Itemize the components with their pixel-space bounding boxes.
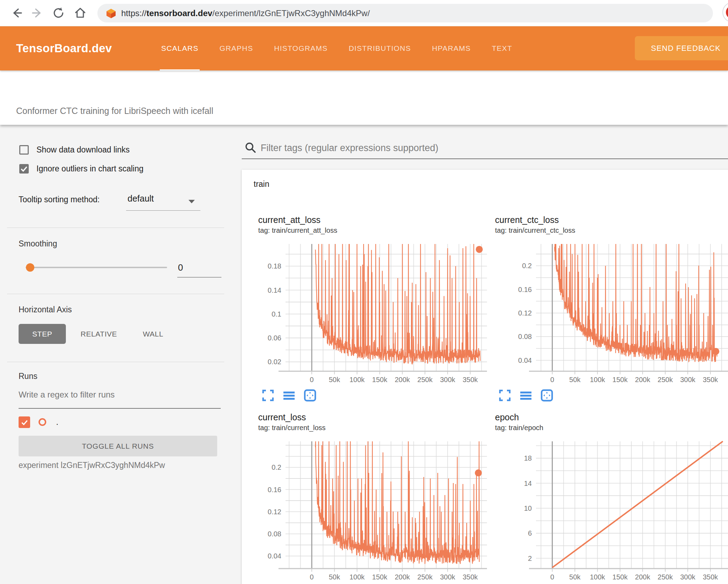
chart-toolbar bbox=[258, 389, 489, 402]
svg-text:350k: 350k bbox=[463, 573, 478, 581]
axis-step-button[interactable]: STEP bbox=[19, 324, 66, 344]
svg-text:0.04: 0.04 bbox=[268, 552, 281, 560]
nav-tabs: SCALARS GRAPHS HISTOGRAMS DISTRIBUTIONS … bbox=[151, 26, 523, 70]
svg-text:100k: 100k bbox=[590, 573, 605, 581]
settings-sidebar: Show data download links Ignore outliers… bbox=[0, 125, 242, 584]
svg-text:150k: 150k bbox=[612, 376, 628, 383]
address-bar[interactable]: https://tensorboard.dev/experiment/lzGnE… bbox=[97, 4, 713, 22]
svg-text:250k: 250k bbox=[417, 573, 433, 581]
svg-text:50k: 50k bbox=[329, 376, 340, 383]
experiment-title-band: Conformer CTC training for LibriSpeech w… bbox=[0, 70, 728, 125]
svg-text:0.1: 0.1 bbox=[272, 310, 281, 318]
experiment-id: experiment lzGnETjwRxC3yghNMd4kPw bbox=[19, 461, 165, 470]
profile-avatar[interactable] bbox=[722, 2, 728, 22]
runs-filter-input[interactable] bbox=[19, 390, 218, 400]
home-icon[interactable] bbox=[74, 6, 87, 20]
browser-toolbar: https://tensorboard.dev/experiment/lzGnE… bbox=[0, 0, 728, 26]
profile-avatar-image bbox=[726, 6, 728, 19]
ignore-outliers-checkbox[interactable] bbox=[19, 164, 29, 174]
svg-text:150k: 150k bbox=[612, 573, 628, 581]
tab-distributions[interactable]: DISTRIBUTIONS bbox=[338, 26, 421, 70]
checkbox-check-icon bbox=[19, 164, 29, 174]
url-text: https://tensorboard.dev/experiment/lzGnE… bbox=[121, 8, 370, 18]
chart-current-att-loss: current_att_loss tag: train/current_att_… bbox=[258, 215, 489, 402]
tab-histograms[interactable]: HISTOGRAMS bbox=[263, 26, 338, 70]
tooltip-sorting-label: Tooltip sorting method: bbox=[19, 195, 99, 204]
toggle-all-runs-button[interactable]: TOGGLE ALL RUNS bbox=[19, 436, 217, 456]
axis-relative-button[interactable]: RELATIVE bbox=[74, 324, 123, 344]
checkbox-check-icon bbox=[20, 418, 29, 427]
chart-plot-area[interactable]: 050k100k150k200k250k300k350k0.20.160.120… bbox=[258, 438, 489, 584]
chart-toolbar bbox=[495, 389, 728, 402]
smoothing-value-underline bbox=[177, 277, 221, 278]
data-lines-icon[interactable] bbox=[283, 389, 295, 402]
svg-text:0.18: 0.18 bbox=[268, 262, 281, 270]
svg-text:14: 14 bbox=[524, 480, 532, 487]
tooltip-sorting-dropdown[interactable]: default bbox=[128, 193, 154, 204]
chart-tag: tag: train/current_loss bbox=[258, 423, 489, 432]
svg-text:0.12: 0.12 bbox=[518, 309, 532, 317]
svg-text:250k: 250k bbox=[417, 376, 433, 383]
svg-text:100k: 100k bbox=[350, 573, 365, 581]
svg-text:0.08: 0.08 bbox=[268, 530, 281, 538]
fit-to-view-icon[interactable] bbox=[304, 389, 316, 402]
chart-plot-area[interactable]: 050k100k150k200k250k300k350k26101418 bbox=[495, 438, 728, 584]
axis-wall-button[interactable]: WALL bbox=[134, 324, 172, 344]
svg-text:6: 6 bbox=[528, 529, 532, 537]
svg-text:250k: 250k bbox=[658, 573, 673, 581]
section-label-train[interactable]: train bbox=[254, 179, 269, 189]
ignore-outliers-label: Ignore outliers in chart scaling bbox=[36, 164, 144, 174]
forward-icon[interactable] bbox=[31, 6, 44, 20]
svg-text:200k: 200k bbox=[635, 376, 651, 383]
chart-title: epoch bbox=[495, 412, 728, 422]
smoothing-slider-handle[interactable] bbox=[26, 263, 34, 272]
chart-plot-area[interactable]: 050k100k150k200k250k300k350k0.180.140.10… bbox=[258, 240, 489, 386]
run-checkbox[interactable] bbox=[19, 416, 30, 428]
chart-tag: tag: train/current_att_loss bbox=[258, 226, 489, 235]
send-feedback-button[interactable]: SEND FEEDBACK bbox=[635, 36, 728, 60]
url-scheme: https:// bbox=[121, 8, 146, 18]
tensorboard-header: TensorBoard.dev SCALARS GRAPHS HISTOGRAM… bbox=[0, 26, 728, 70]
tab-text[interactable]: TEXT bbox=[481, 26, 523, 70]
chart-plot-area[interactable]: 050k100k150k200k250k300k350k0.20.160.120… bbox=[495, 240, 728, 386]
chart-title: current_loss bbox=[258, 412, 489, 422]
svg-text:50k: 50k bbox=[569, 376, 581, 383]
runs-heading: Runs bbox=[19, 372, 37, 381]
filter-tags-input[interactable] bbox=[261, 140, 699, 156]
run-name: . bbox=[56, 417, 59, 427]
svg-text:0.2: 0.2 bbox=[272, 463, 281, 471]
svg-text:0.16: 0.16 bbox=[268, 486, 281, 494]
svg-text:300k: 300k bbox=[440, 376, 455, 383]
fullscreen-icon[interactable] bbox=[499, 389, 511, 402]
tab-scalars[interactable]: SCALARS bbox=[151, 26, 209, 70]
svg-text:300k: 300k bbox=[440, 573, 455, 581]
svg-text:0.12: 0.12 bbox=[268, 508, 281, 516]
sidebar-divider bbox=[7, 362, 224, 362]
chart-tag: tag: train/current_ctc_loss bbox=[495, 226, 728, 235]
svg-text:10: 10 bbox=[524, 504, 532, 512]
dropdown-caret-icon[interactable] bbox=[188, 200, 195, 203]
runs-filter-underline bbox=[19, 408, 221, 409]
svg-text:0.04: 0.04 bbox=[518, 356, 532, 364]
svg-text:300k: 300k bbox=[680, 573, 696, 581]
experiment-title: Conformer CTC training for LibriSpeech w… bbox=[16, 106, 213, 116]
fit-to-view-icon[interactable] bbox=[541, 389, 553, 402]
chart-title: current_ctc_loss bbox=[495, 215, 728, 225]
smoothing-slider-track[interactable] bbox=[26, 267, 167, 268]
svg-text:150k: 150k bbox=[372, 573, 387, 581]
url-path: /experiment/lzGnETjwRxC3yghNMd4kPw/ bbox=[212, 8, 370, 18]
back-icon[interactable] bbox=[10, 6, 23, 20]
fullscreen-icon[interactable] bbox=[262, 389, 274, 402]
reload-icon[interactable] bbox=[52, 6, 65, 20]
data-lines-icon[interactable] bbox=[520, 389, 532, 402]
svg-text:100k: 100k bbox=[350, 376, 365, 383]
svg-text:300k: 300k bbox=[680, 376, 696, 383]
run-color-swatch[interactable] bbox=[39, 418, 46, 426]
smoothing-value[interactable]: 0 bbox=[178, 262, 183, 273]
tab-hparams[interactable]: HPARAMS bbox=[421, 26, 481, 70]
tab-graphs[interactable]: GRAPHS bbox=[209, 26, 263, 70]
tensorboard-favicon-icon bbox=[106, 8, 116, 19]
svg-text:200k: 200k bbox=[395, 573, 410, 581]
show-data-download-links-checkbox[interactable] bbox=[19, 145, 29, 155]
svg-text:250k: 250k bbox=[658, 376, 673, 383]
